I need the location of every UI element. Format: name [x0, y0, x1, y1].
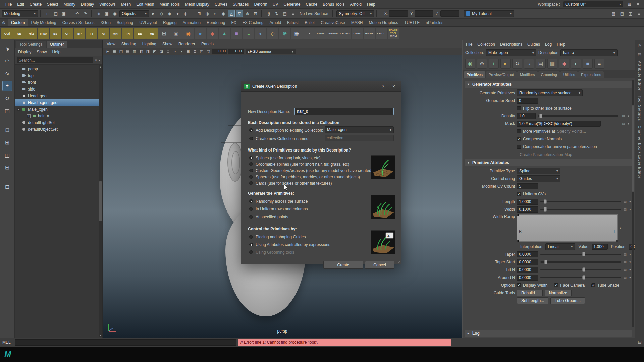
- radio-button[interactable]: [249, 243, 253, 246]
- sidebar-icon[interactable]: ◳: [638, 43, 641, 47]
- sidebar-vertical-tab[interactable]: Attribute Editor: [638, 61, 642, 91]
- viewport-tool-icon[interactable]: ◑: [178, 49, 184, 53]
- shelf-icon[interactable]: ⊕: [279, 28, 290, 39]
- ramp-expand-icon[interactable]: ›: [620, 226, 621, 230]
- xgen-menu-item[interactable]: Guides: [527, 42, 540, 47]
- viewport-tool-icon[interactable]: ▦: [111, 49, 117, 54]
- viewport-tool-icon[interactable]: ▥: [131, 49, 138, 54]
- outliner-item[interactable]: top: [15, 72, 102, 79]
- undo-redo-icon[interactable]: ↷: [82, 10, 89, 17]
- sidebar-toggle-icon[interactable]: ▦: [610, 10, 617, 17]
- map-icon[interactable]: ▤: [623, 276, 627, 279]
- shelf-tab[interactable]: TURTLE: [401, 19, 423, 26]
- selection-mode-icon[interactable]: ●: [174, 10, 181, 17]
- shelf-tab[interactable]: FX: [228, 19, 239, 26]
- description-dropdown[interactable]: hair_a ▾: [560, 49, 618, 56]
- radio-button[interactable]: [249, 156, 253, 160]
- selection-mask-icon[interactable]: ◉: [111, 10, 118, 17]
- outliner-item[interactable]: front: [15, 79, 102, 86]
- xgen-menu-item[interactable]: Log: [545, 42, 552, 47]
- more-primitives-checkbox[interactable]: [517, 129, 521, 133]
- xgen-toolbar-icon[interactable]: ≡: [594, 59, 604, 69]
- shelf-icon[interactable]: ▦: [291, 28, 303, 39]
- tool-button[interactable]: ↻: [2, 93, 12, 103]
- shelf-icon[interactable]: ◔: [303, 28, 315, 39]
- radio-option[interactable]: Cards (use for scales or other flat text…: [249, 180, 373, 186]
- shelf-icon[interactable]: CP_ALL: [339, 28, 351, 39]
- map-icon[interactable]: ▤: [623, 200, 627, 203]
- shelf-icon[interactable]: ReNam: [327, 28, 339, 39]
- create-parameterization-map-button[interactable]: Create Parameterization Map: [520, 152, 572, 157]
- snap-icon[interactable]: ⊕: [244, 10, 251, 17]
- generator-attributes-header[interactable]: ▼ Generator Attributes: [465, 81, 632, 88]
- slider-handle[interactable]: [544, 207, 547, 212]
- selection-mask-icon[interactable]: ▣: [103, 10, 110, 17]
- layout-preset-button[interactable]: ⊞: [2, 137, 12, 147]
- radio-button[interactable]: [249, 181, 253, 185]
- control-using-dropdown[interactable]: Guides ▾: [517, 175, 560, 182]
- around-n-slider[interactable]: [540, 277, 621, 278]
- divider[interactable]: [332, 10, 334, 17]
- xgen-tab[interactable]: Utilities: [560, 71, 578, 78]
- shelf-tab[interactable]: Bifrost: [284, 19, 302, 26]
- layout-extra-button[interactable]: ≡: [2, 194, 12, 204]
- shelf-tab[interactable]: Arnold: [266, 19, 284, 26]
- width-slider[interactable]: [540, 209, 621, 210]
- selection-mode-icon[interactable]: ◆: [166, 10, 173, 17]
- xgen-toolbar-icon[interactable]: ◉: [465, 59, 475, 69]
- layout-preset-button[interactable]: □: [2, 125, 12, 135]
- snap-icon[interactable]: △: [228, 10, 235, 17]
- value-input[interactable]: 1.000: [592, 244, 608, 250]
- expander-toggle[interactable]: −: [17, 108, 20, 111]
- map-icon[interactable]: ▤: [623, 268, 627, 272]
- xgen-toolbar-icon[interactable]: +: [489, 59, 499, 69]
- outliner-item[interactable]: defaultObjectSet: [15, 126, 102, 133]
- taper-slider[interactable]: [540, 254, 621, 255]
- create-button[interactable]: Create: [323, 261, 363, 269]
- coordinate-input[interactable]: [415, 10, 433, 17]
- outliner-item[interactable]: Head_xgen_geo: [15, 99, 102, 106]
- xgen-menu-item[interactable]: File: [466, 42, 472, 47]
- outliner-item[interactable]: persp: [15, 66, 102, 72]
- menu-item[interactable]: Deform: [251, 0, 270, 8]
- shelf-icon[interactable]: NE: [13, 28, 25, 39]
- menu-item[interactable]: Create: [27, 0, 44, 8]
- xgen-menu-item[interactable]: Collection: [477, 42, 495, 47]
- shelf-tab[interactable]: Rendering: [204, 19, 228, 26]
- viewport-tool-icon[interactable]: ◧: [138, 49, 144, 54]
- menu-set-dropdown[interactable]: Modeling ▾: [2, 10, 38, 17]
- menu-item[interactable]: Display: [78, 0, 97, 8]
- modifier-cv-count-input[interactable]: 5: [517, 183, 538, 189]
- log-section-header[interactable]: ► Log: [465, 330, 632, 337]
- face-camera-checkbox[interactable]: [554, 283, 558, 287]
- menu-item[interactable]: Mesh Display: [182, 0, 212, 8]
- shelf-tab[interactable]: CreativeCase: [318, 19, 348, 26]
- mel-command-input[interactable]: [15, 339, 236, 346]
- shelf-icon[interactable]: ◆: [207, 28, 218, 39]
- shelf-icon[interactable]: ■: [231, 28, 242, 39]
- viewport-tool-icon[interactable]: ⊞: [185, 49, 191, 54]
- mel-mode-toggle[interactable]: MEL: [2, 340, 13, 345]
- existing-collection-dropdown[interactable]: Male_xgen ▾: [325, 126, 394, 133]
- selection-mode-icon[interactable]: ◎: [182, 10, 189, 17]
- tool-button[interactable]: ▲: [2, 44, 12, 54]
- outliner-menu-item[interactable]: Display: [18, 50, 31, 54]
- help-button[interactable]: ?: [379, 84, 387, 89]
- menu-item[interactable]: Curves: [212, 0, 230, 8]
- xgen-toolbar-icon[interactable]: ↻: [512, 59, 522, 69]
- shelf-icon[interactable]: Cen_C: [376, 28, 387, 39]
- map-icon[interactable]: ▤: [621, 122, 626, 125]
- shelf-tab[interactable]: Animation: [180, 19, 204, 26]
- taper-input[interactable]: 0.0000: [517, 251, 538, 257]
- menu-item[interactable]: File: [3, 0, 14, 8]
- gamma-field[interactable]: 1.00: [228, 49, 244, 54]
- viewport-tool-icon[interactable]: ◨: [145, 49, 151, 54]
- divider[interactable]: [192, 10, 193, 17]
- xgen-toolbar-icon[interactable]: ►: [500, 59, 511, 69]
- primitive-type-dropdown[interactable]: Spline ▾: [517, 168, 560, 174]
- expander-toggle[interactable]: +: [27, 114, 31, 118]
- radio-option[interactable]: In Uniform rows and columns: [249, 205, 308, 213]
- selection-mask-icon[interactable]: ◈: [95, 10, 102, 17]
- radio-button[interactable]: [249, 250, 253, 254]
- ramp-handle[interactable]: [517, 240, 519, 242]
